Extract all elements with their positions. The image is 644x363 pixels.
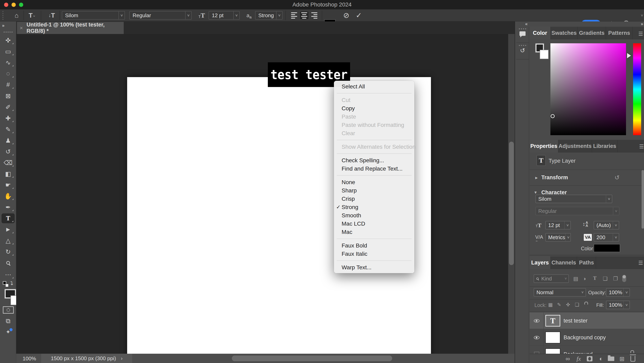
layer-name[interactable]: test tester <box>564 312 588 329</box>
eraser-tool[interactable]: ⌫ <box>2 158 14 168</box>
tab-channels[interactable]: Channels <box>550 256 577 269</box>
link-layers-icon[interactable]: ∞ <box>564 354 572 363</box>
expand-toolbar-icon[interactable]: » <box>2 23 4 28</box>
layer-effects-icon[interactable]: fx <box>575 354 583 363</box>
close-tab-icon[interactable]: × <box>20 25 23 31</box>
default-colors-icon[interactable] <box>3 281 6 285</box>
lock-transparency-icon[interactable]: ▦ <box>548 302 553 307</box>
properties-panel-menu-icon[interactable]: ☰ <box>639 143 644 150</box>
anti-alias-select[interactable]: Strong ˅ <box>255 11 282 20</box>
commit-edits-icon[interactable]: ✓ <box>354 9 364 22</box>
shape-tool[interactable]: △ <box>2 236 14 245</box>
menu-item-faux-italic[interactable]: Faux Italic <box>334 250 414 258</box>
history-brush-tool[interactable]: ↺ <box>2 147 14 156</box>
color-panel-menu-icon[interactable]: ☰ <box>638 31 643 37</box>
tab-adjustments[interactable]: Adjustments <box>558 140 592 153</box>
canvas-vertical-scrollbar[interactable] <box>508 34 515 354</box>
tab-swatches[interactable]: Swatches <box>550 27 578 40</box>
generative-ai-icon[interactable]: ✦ <box>2 327 14 337</box>
layers-panel-menu-icon[interactable]: ☰ <box>638 260 643 266</box>
type-layer-thumbnail[interactable]: T <box>545 315 560 326</box>
move-tool[interactable]: ✜ <box>2 36 14 45</box>
brush-tool[interactable]: ✎ <box>2 124 14 134</box>
blend-mode-select[interactable]: Normal ˅ <box>534 288 586 297</box>
char-leading-select[interactable]: (Auto)˅ <box>594 221 619 229</box>
layer-thumbnail[interactable] <box>545 332 560 343</box>
hue-slider-marker[interactable] <box>627 53 631 58</box>
new-group-icon[interactable] <box>607 354 615 363</box>
align-left-button[interactable] <box>290 11 299 20</box>
menu-item-faux-bold[interactable]: Faux Bold <box>334 241 414 250</box>
char-kerning-select[interactable]: Metrics˅ <box>545 233 571 242</box>
lasso-tool[interactable]: ∿ <box>2 58 14 67</box>
align-right-button[interactable] <box>310 11 319 20</box>
saturation-brightness-field[interactable] <box>550 43 626 135</box>
gradient-tool[interactable]: ◧ <box>2 169 14 179</box>
horizontal-scrollbar-thumb[interactable] <box>232 355 392 361</box>
new-layer-icon[interactable]: ⊞ <box>618 354 626 363</box>
tab-libraries[interactable]: Libraries <box>592 140 618 153</box>
font-size-select[interactable]: 12 pt ˅ <box>208 11 240 20</box>
text-orientation-icon[interactable]: ↓T <box>46 9 58 22</box>
menu-item-mac-lcd[interactable]: Mac LCD <box>334 220 414 228</box>
layer-row-background-copy[interactable]: Background copy <box>530 329 644 346</box>
layer-filter-toggle[interactable] <box>622 275 626 282</box>
toolbar-grip[interactable] <box>4 32 12 33</box>
dodge-tool[interactable]: ✋ <box>2 191 14 201</box>
char-tracking-select[interactable]: 200˅ <box>594 233 619 242</box>
blur-tool[interactable]: ☛ <box>2 180 14 190</box>
vertical-scrollbar-thumb[interactable] <box>509 142 514 265</box>
new-adjustment-layer-icon[interactable]: ◐ <box>597 354 605 363</box>
zoom-level[interactable]: 100% <box>23 355 36 362</box>
spot-healing-brush-tool[interactable]: ✚ <box>2 113 14 123</box>
chevron-down-icon[interactable]: ˅ <box>640 9 644 22</box>
lock-position-icon[interactable]: ✜ <box>566 302 570 307</box>
eyedropper-tool[interactable]: ✐ <box>2 102 14 112</box>
rectangular-marquee-tool[interactable]: ▭ <box>2 47 14 56</box>
char-size-select[interactable]: 12 pt˅ <box>545 221 571 229</box>
pen-tool[interactable]: ✒ <box>2 202 14 212</box>
menu-item-find-and-replace[interactable]: Find and Replace Text... <box>334 165 414 173</box>
menu-item-smooth[interactable]: Smooth <box>334 211 414 220</box>
tab-paths[interactable]: Paths <box>577 256 596 269</box>
color-sample-marker[interactable] <box>550 114 555 118</box>
reset-transform-icon[interactable]: ↺ <box>614 174 620 181</box>
type-tool[interactable]: T <box>2 213 14 223</box>
quick-mask-icon[interactable] <box>3 306 14 314</box>
document-tab[interactable]: × Untitled-1 @ 100% (test tester, RGB/8)… <box>17 22 124 34</box>
layer-filter-kind-select[interactable]: Kind ˅ <box>534 274 569 283</box>
swap-colors-icon[interactable]: ↪ <box>9 281 15 285</box>
screen-mode-icon[interactable]: ⧉ <box>2 316 14 326</box>
layer-visibility-toggle[interactable] <box>530 329 544 346</box>
canvas-area[interactable]: test tester <box>16 34 508 354</box>
menu-item-warp-text[interactable]: Warp Text... <box>334 263 414 271</box>
tab-properties[interactable]: Properties <box>530 140 558 153</box>
menu-item-mac[interactable]: Mac <box>334 228 414 236</box>
lock-pixels-icon[interactable]: ✎ <box>557 302 561 307</box>
menu-item-none[interactable]: None <box>334 178 414 186</box>
options-bar-grip[interactable] <box>2 11 4 20</box>
document-info[interactable]: 1500 px x 1500 px (300 ppi) › <box>41 354 132 363</box>
cancel-edits-icon[interactable]: ⊘ <box>341 9 351 22</box>
menu-item-copy[interactable]: Copy <box>334 104 414 113</box>
crop-tool[interactable]: # <box>2 80 14 90</box>
properties-scrollbar-thumb[interactable] <box>642 170 644 229</box>
object-selection-tool[interactable]: ◌ <box>2 69 14 79</box>
filter-smart-object-icon[interactable]: ❐ <box>613 276 618 282</box>
frame-tool[interactable]: ⊠ <box>2 91 14 101</box>
fill-select[interactable]: 100%˅ <box>606 301 630 309</box>
menu-item-sharp[interactable]: Sharp <box>334 186 414 195</box>
rotate-view-tool[interactable]: ↻ <box>2 247 14 257</box>
tab-layers[interactable]: Layers <box>530 256 550 269</box>
panel-background-swatch[interactable] <box>540 50 548 59</box>
font-style-select[interactable]: Regular ˅ <box>129 11 192 20</box>
zoom-tool[interactable] <box>2 258 14 268</box>
tab-color[interactable]: Color <box>530 27 550 40</box>
edit-toolbar-button[interactable]: ⋯ <box>2 270 14 279</box>
history-panel-button[interactable]: ↺ <box>516 43 529 60</box>
delete-layer-icon[interactable] <box>629 354 637 363</box>
char-font-family-select[interactable]: Silom˅ <box>536 195 612 203</box>
menu-item-strong[interactable]: ✓Strong <box>334 203 414 211</box>
add-layer-mask-icon[interactable] <box>586 354 594 363</box>
font-family-select[interactable]: Silom ˅ <box>62 11 125 20</box>
